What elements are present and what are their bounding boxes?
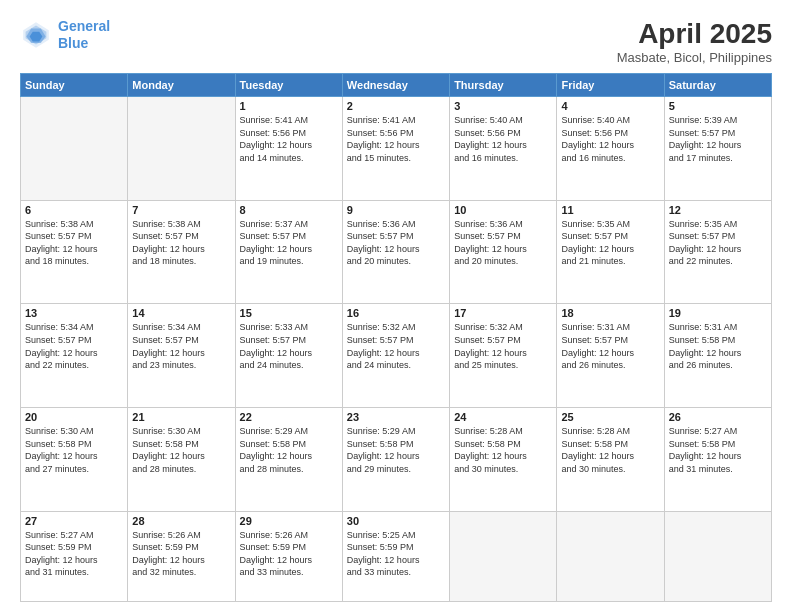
day-number: 12 — [669, 204, 767, 216]
logo-line2: Blue — [58, 35, 88, 51]
day-number: 1 — [240, 100, 338, 112]
calendar-cell: 1Sunrise: 5:41 AM Sunset: 5:56 PM Daylig… — [235, 97, 342, 201]
day-info: Sunrise: 5:41 AM Sunset: 5:56 PM Dayligh… — [347, 114, 445, 164]
day-number: 20 — [25, 411, 123, 423]
calendar-cell: 4Sunrise: 5:40 AM Sunset: 5:56 PM Daylig… — [557, 97, 664, 201]
day-number: 4 — [561, 100, 659, 112]
day-number: 5 — [669, 100, 767, 112]
calendar-cell — [664, 511, 771, 601]
day-info: Sunrise: 5:29 AM Sunset: 5:58 PM Dayligh… — [347, 425, 445, 475]
day-info: Sunrise: 5:37 AM Sunset: 5:57 PM Dayligh… — [240, 218, 338, 268]
day-info: Sunrise: 5:35 AM Sunset: 5:57 PM Dayligh… — [669, 218, 767, 268]
header: General Blue April 2025 Masbate, Bicol, … — [20, 18, 772, 65]
day-number: 22 — [240, 411, 338, 423]
day-info: Sunrise: 5:27 AM Sunset: 5:59 PM Dayligh… — [25, 529, 123, 579]
day-info: Sunrise: 5:40 AM Sunset: 5:56 PM Dayligh… — [454, 114, 552, 164]
calendar-cell — [450, 511, 557, 601]
day-number: 19 — [669, 307, 767, 319]
calendar-day-header: Sunday — [21, 74, 128, 97]
day-number: 2 — [347, 100, 445, 112]
day-info: Sunrise: 5:41 AM Sunset: 5:56 PM Dayligh… — [240, 114, 338, 164]
day-info: Sunrise: 5:25 AM Sunset: 5:59 PM Dayligh… — [347, 529, 445, 579]
calendar-cell: 6Sunrise: 5:38 AM Sunset: 5:57 PM Daylig… — [21, 200, 128, 304]
calendar-cell: 3Sunrise: 5:40 AM Sunset: 5:56 PM Daylig… — [450, 97, 557, 201]
calendar-week-row: 6Sunrise: 5:38 AM Sunset: 5:57 PM Daylig… — [21, 200, 772, 304]
day-number: 13 — [25, 307, 123, 319]
logo-text: General Blue — [58, 18, 110, 52]
day-number: 30 — [347, 515, 445, 527]
calendar-cell: 11Sunrise: 5:35 AM Sunset: 5:57 PM Dayli… — [557, 200, 664, 304]
calendar-cell: 26Sunrise: 5:27 AM Sunset: 5:58 PM Dayli… — [664, 408, 771, 512]
calendar-week-row: 20Sunrise: 5:30 AM Sunset: 5:58 PM Dayli… — [21, 408, 772, 512]
day-info: Sunrise: 5:31 AM Sunset: 5:58 PM Dayligh… — [669, 321, 767, 371]
day-info: Sunrise: 5:28 AM Sunset: 5:58 PM Dayligh… — [454, 425, 552, 475]
day-info: Sunrise: 5:28 AM Sunset: 5:58 PM Dayligh… — [561, 425, 659, 475]
day-info: Sunrise: 5:36 AM Sunset: 5:57 PM Dayligh… — [454, 218, 552, 268]
calendar-cell: 9Sunrise: 5:36 AM Sunset: 5:57 PM Daylig… — [342, 200, 449, 304]
day-number: 7 — [132, 204, 230, 216]
calendar-cell: 23Sunrise: 5:29 AM Sunset: 5:58 PM Dayli… — [342, 408, 449, 512]
calendar-cell — [128, 97, 235, 201]
day-number: 11 — [561, 204, 659, 216]
calendar-cell — [21, 97, 128, 201]
logo-line1: General — [58, 18, 110, 34]
day-info: Sunrise: 5:32 AM Sunset: 5:57 PM Dayligh… — [347, 321, 445, 371]
day-number: 14 — [132, 307, 230, 319]
calendar-cell: 10Sunrise: 5:36 AM Sunset: 5:57 PM Dayli… — [450, 200, 557, 304]
calendar-day-header: Monday — [128, 74, 235, 97]
calendar-day-header: Tuesday — [235, 74, 342, 97]
day-info: Sunrise: 5:26 AM Sunset: 5:59 PM Dayligh… — [132, 529, 230, 579]
calendar-cell: 13Sunrise: 5:34 AM Sunset: 5:57 PM Dayli… — [21, 304, 128, 408]
calendar-cell: 25Sunrise: 5:28 AM Sunset: 5:58 PM Dayli… — [557, 408, 664, 512]
day-number: 21 — [132, 411, 230, 423]
day-info: Sunrise: 5:34 AM Sunset: 5:57 PM Dayligh… — [25, 321, 123, 371]
day-number: 26 — [669, 411, 767, 423]
day-info: Sunrise: 5:38 AM Sunset: 5:57 PM Dayligh… — [132, 218, 230, 268]
day-info: Sunrise: 5:40 AM Sunset: 5:56 PM Dayligh… — [561, 114, 659, 164]
day-number: 23 — [347, 411, 445, 423]
day-number: 8 — [240, 204, 338, 216]
day-info: Sunrise: 5:34 AM Sunset: 5:57 PM Dayligh… — [132, 321, 230, 371]
calendar-day-header: Wednesday — [342, 74, 449, 97]
day-info: Sunrise: 5:29 AM Sunset: 5:58 PM Dayligh… — [240, 425, 338, 475]
day-number: 29 — [240, 515, 338, 527]
calendar-cell: 14Sunrise: 5:34 AM Sunset: 5:57 PM Dayli… — [128, 304, 235, 408]
calendar-cell: 7Sunrise: 5:38 AM Sunset: 5:57 PM Daylig… — [128, 200, 235, 304]
calendar-cell: 8Sunrise: 5:37 AM Sunset: 5:57 PM Daylig… — [235, 200, 342, 304]
day-info: Sunrise: 5:27 AM Sunset: 5:58 PM Dayligh… — [669, 425, 767, 475]
day-number: 10 — [454, 204, 552, 216]
calendar-cell: 19Sunrise: 5:31 AM Sunset: 5:58 PM Dayli… — [664, 304, 771, 408]
day-info: Sunrise: 5:39 AM Sunset: 5:57 PM Dayligh… — [669, 114, 767, 164]
page: General Blue April 2025 Masbate, Bicol, … — [0, 0, 792, 612]
day-number: 28 — [132, 515, 230, 527]
calendar-cell: 24Sunrise: 5:28 AM Sunset: 5:58 PM Dayli… — [450, 408, 557, 512]
logo-icon — [20, 19, 52, 51]
title-block: April 2025 Masbate, Bicol, Philippines — [617, 18, 772, 65]
calendar-week-row: 13Sunrise: 5:34 AM Sunset: 5:57 PM Dayli… — [21, 304, 772, 408]
calendar-cell: 20Sunrise: 5:30 AM Sunset: 5:58 PM Dayli… — [21, 408, 128, 512]
calendar-day-header: Thursday — [450, 74, 557, 97]
day-number: 3 — [454, 100, 552, 112]
day-info: Sunrise: 5:38 AM Sunset: 5:57 PM Dayligh… — [25, 218, 123, 268]
day-number: 15 — [240, 307, 338, 319]
calendar-cell: 29Sunrise: 5:26 AM Sunset: 5:59 PM Dayli… — [235, 511, 342, 601]
day-number: 27 — [25, 515, 123, 527]
day-info: Sunrise: 5:32 AM Sunset: 5:57 PM Dayligh… — [454, 321, 552, 371]
calendar-cell — [557, 511, 664, 601]
calendar-cell: 17Sunrise: 5:32 AM Sunset: 5:57 PM Dayli… — [450, 304, 557, 408]
calendar-week-row: 27Sunrise: 5:27 AM Sunset: 5:59 PM Dayli… — [21, 511, 772, 601]
day-number: 25 — [561, 411, 659, 423]
day-number: 17 — [454, 307, 552, 319]
calendar-cell: 18Sunrise: 5:31 AM Sunset: 5:57 PM Dayli… — [557, 304, 664, 408]
day-number: 6 — [25, 204, 123, 216]
calendar-cell: 12Sunrise: 5:35 AM Sunset: 5:57 PM Dayli… — [664, 200, 771, 304]
day-info: Sunrise: 5:33 AM Sunset: 5:57 PM Dayligh… — [240, 321, 338, 371]
calendar-cell: 2Sunrise: 5:41 AM Sunset: 5:56 PM Daylig… — [342, 97, 449, 201]
subtitle: Masbate, Bicol, Philippines — [617, 50, 772, 65]
day-info: Sunrise: 5:26 AM Sunset: 5:59 PM Dayligh… — [240, 529, 338, 579]
calendar-header-row: SundayMondayTuesdayWednesdayThursdayFrid… — [21, 74, 772, 97]
calendar-cell: 21Sunrise: 5:30 AM Sunset: 5:58 PM Dayli… — [128, 408, 235, 512]
calendar-cell: 28Sunrise: 5:26 AM Sunset: 5:59 PM Dayli… — [128, 511, 235, 601]
calendar-cell: 22Sunrise: 5:29 AM Sunset: 5:58 PM Dayli… — [235, 408, 342, 512]
calendar-day-header: Saturday — [664, 74, 771, 97]
